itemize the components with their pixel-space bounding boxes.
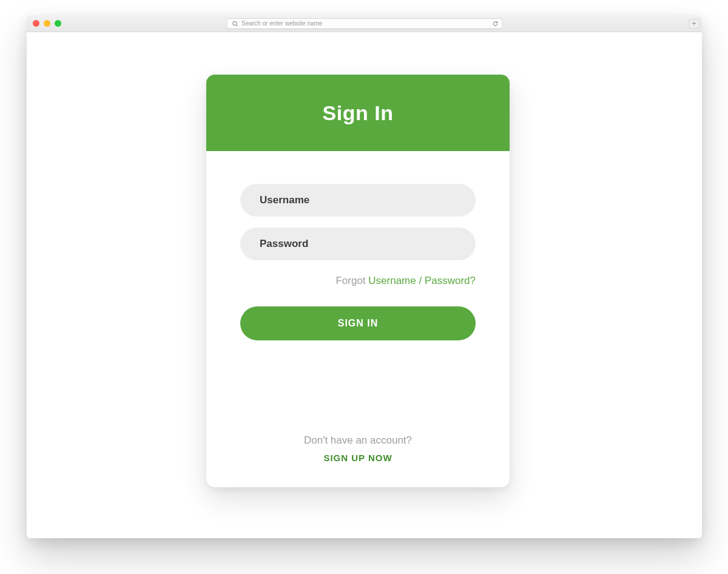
- signin-card: Sign In Forgot Username / Password? SIGN…: [206, 75, 510, 487]
- card-footer: Don't have an account? SIGN UP NOW: [240, 434, 476, 469]
- no-account-text: Don't have an account?: [240, 434, 476, 447]
- window-controls: [33, 20, 61, 27]
- password-field[interactable]: [240, 228, 476, 260]
- reload-icon[interactable]: [492, 21, 498, 27]
- new-tab-button[interactable]: +: [689, 19, 699, 29]
- maximize-window-button[interactable]: [55, 20, 61, 27]
- svg-point-0: [232, 21, 236, 25]
- search-icon: [232, 21, 238, 27]
- forgot-label: Forgot: [335, 275, 368, 286]
- browser-window: + Sign In Forgot Username / Password? SI…: [27, 15, 702, 538]
- browser-toolbar: +: [27, 15, 702, 32]
- plus-icon: +: [692, 19, 696, 27]
- card-body: Forgot Username / Password? SIGN IN Don'…: [206, 151, 510, 487]
- username-field[interactable]: [240, 184, 476, 217]
- page-viewport: Sign In Forgot Username / Password? SIGN…: [27, 32, 702, 538]
- address-bar[interactable]: [226, 18, 502, 29]
- svg-line-1: [236, 24, 238, 26]
- close-window-button[interactable]: [33, 20, 39, 27]
- signup-link[interactable]: SIGN UP NOW: [240, 453, 476, 463]
- stage: + Sign In Forgot Username / Password? SI…: [0, 0, 728, 574]
- forgot-link[interactable]: Username / Password?: [368, 275, 476, 286]
- card-header: Sign In: [206, 75, 510, 151]
- address-input[interactable]: [241, 20, 488, 27]
- minimize-window-button[interactable]: [44, 20, 50, 27]
- signin-button[interactable]: SIGN IN: [240, 306, 476, 340]
- forgot-row: Forgot Username / Password?: [240, 275, 476, 287]
- card-title: Sign In: [323, 101, 394, 125]
- spacer: [240, 340, 476, 434]
